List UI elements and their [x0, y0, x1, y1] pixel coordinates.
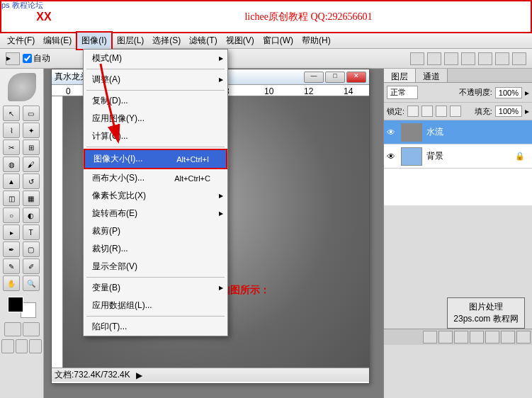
tutorial-banner: XX lichee原创教程 QQ:292656601 — [0, 0, 532, 33]
new-layer-icon[interactable] — [501, 331, 515, 343]
toolbar-icon-1[interactable] — [410, 52, 424, 65]
visibility-eye-icon[interactable]: 👁 — [385, 151, 397, 162]
tool-preset-icon[interactable]: ▸ — [6, 52, 20, 65]
menu-entry[interactable]: 变量(B) — [84, 279, 227, 297]
path-tool[interactable]: ▸ — [3, 224, 20, 240]
shape-tool[interactable]: ▢ — [23, 241, 40, 257]
menu-entry[interactable]: 复制(D)... — [84, 92, 227, 110]
layer-thumbnail[interactable] — [401, 147, 422, 166]
fill-arrow-icon[interactable]: ▸ — [525, 106, 529, 116]
menu-entry[interactable]: 显示全部(V) — [84, 258, 227, 275]
menu-item-4[interactable]: 选择(S) — [148, 33, 185, 49]
lock-position-icon[interactable] — [436, 106, 447, 117]
menu-entry[interactable]: 应用图像(Y)... — [84, 110, 227, 127]
banner-left-text: XX — [1, 11, 86, 23]
hand-tool[interactable]: ✋ — [3, 275, 20, 291]
standard-mode-icon[interactable] — [4, 322, 21, 336]
eraser-tool[interactable]: ◫ — [3, 191, 20, 206]
fill-input[interactable]: 100% — [495, 106, 522, 117]
opacity-arrow-icon[interactable]: ▸ — [525, 88, 529, 98]
menu-entry[interactable]: 图像大小(I)...Alt+Ctrl+I — [84, 149, 227, 169]
menu-entry[interactable]: 裁切(R)... — [84, 240, 227, 258]
menu-entry[interactable]: 旋转画布(E) — [84, 205, 227, 222]
layer-group-icon[interactable] — [485, 331, 499, 343]
menu-entry-label: 裁剪(P) — [92, 225, 120, 237]
auto-check-input[interactable] — [23, 54, 32, 63]
toolbar-icon-5[interactable] — [478, 52, 492, 65]
tab-layers[interactable]: 图层 — [384, 69, 416, 82]
marquee-tool[interactable]: ▭ — [23, 106, 40, 121]
toolbar-icon-7[interactable] — [512, 52, 526, 65]
menu-entry[interactable]: 像素长宽比(X) — [84, 187, 227, 205]
ruler-mark: 12 — [304, 86, 313, 96]
layer-mask-icon[interactable] — [454, 331, 468, 343]
menu-entry[interactable]: 画布大小(S)...Alt+Ctrl+C — [84, 169, 227, 187]
blend-mode-select[interactable]: 正常 — [387, 86, 418, 99]
move-tool[interactable]: ↖ — [3, 106, 20, 121]
menu-item-2[interactable]: 图像(I) — [76, 31, 112, 50]
menu-item-1[interactable]: 编辑(E) — [39, 33, 76, 49]
maximize-button[interactable]: □ — [325, 72, 345, 83]
dodge-tool[interactable]: ◐ — [23, 207, 40, 223]
menu-entry-label: 旋转画布(E) — [92, 207, 137, 220]
notes-tool[interactable]: ✎ — [3, 258, 20, 274]
auto-checkbox[interactable]: 自动 — [23, 52, 50, 64]
layer-row[interactable]: 👁水流 — [384, 120, 532, 144]
menu-entry[interactable]: 计算(C)... — [84, 127, 227, 145]
wand-tool[interactable]: ✦ — [23, 123, 40, 138]
screen-mode-1[interactable] — [1, 339, 14, 353]
menu-item-3[interactable]: 图层(L) — [113, 33, 149, 49]
zoom-tool[interactable]: 🔍 — [23, 275, 40, 291]
blur-tool[interactable]: ○ — [3, 207, 20, 223]
heal-tool[interactable]: ◍ — [3, 157, 20, 172]
history-brush-tool[interactable]: ↺ — [23, 174, 40, 189]
menu-entry-label: 陷印(T)... — [92, 321, 127, 333]
fg-color-swatch[interactable] — [8, 297, 23, 312]
gradient-tool[interactable]: ▦ — [23, 191, 40, 206]
minimize-button[interactable]: — — [304, 72, 324, 83]
menu-entry[interactable]: 模式(M) — [84, 50, 227, 67]
toolbar-icon-6[interactable] — [495, 52, 509, 65]
menu-entry[interactable]: 裁剪(P) — [84, 222, 227, 240]
eyedropper-tool[interactable]: ✐ — [23, 258, 40, 274]
screen-mode-3[interactable] — [29, 339, 42, 353]
color-swatches[interactable] — [8, 297, 36, 318]
menu-item-5[interactable]: 滤镜(T) — [185, 33, 221, 49]
menu-item-8[interactable]: 帮助(H) — [298, 33, 335, 49]
quickmask-mode-icon[interactable] — [23, 322, 40, 336]
layer-thumbnail[interactable] — [401, 123, 422, 142]
toolbar-icon-2[interactable] — [427, 52, 441, 65]
crop-tool[interactable]: ✂ — [3, 140, 20, 155]
lock-transparency-icon[interactable] — [407, 106, 419, 117]
lasso-tool[interactable]: ⌇ — [3, 123, 20, 138]
menu-item-6[interactable]: 视图(V) — [222, 33, 259, 49]
opacity-input[interactable]: 100% — [495, 87, 522, 98]
link-layers-icon[interactable] — [423, 331, 437, 343]
menu-separator — [86, 316, 225, 317]
adjustment-layer-icon[interactable] — [470, 331, 484, 343]
brush-tool[interactable]: 🖌 — [23, 157, 40, 172]
layer-fx-icon[interactable] — [438, 331, 453, 343]
slice-tool[interactable]: ⊞ — [23, 140, 40, 155]
menu-entry[interactable]: 应用数据组(L)... — [84, 297, 227, 314]
toolbar-icon-3[interactable] — [444, 52, 458, 65]
pen-tool[interactable]: ✒ — [3, 241, 20, 257]
auto-label: 自动 — [33, 52, 50, 64]
delete-layer-icon[interactable] — [516, 331, 531, 343]
menu-entry[interactable]: 陷印(T)... — [84, 318, 227, 336]
layer-row[interactable]: 👁背景🔒 — [384, 144, 532, 169]
lock-pixels-icon[interactable] — [421, 106, 433, 117]
stamp-tool[interactable]: ▲ — [3, 174, 20, 189]
tab-channels[interactable]: 通道 — [416, 69, 448, 82]
screen-mode-2[interactable] — [16, 339, 28, 353]
toolbar-icon-4[interactable] — [461, 52, 475, 65]
menu-separator — [86, 277, 225, 278]
close-button[interactable]: ✕ — [346, 72, 366, 83]
lock-all-icon[interactable] — [450, 106, 461, 117]
menu-item-0[interactable]: 文件(F) — [3, 33, 39, 49]
visibility-eye-icon[interactable]: 👁 — [385, 127, 397, 138]
menu-item-7[interactable]: 窗口(W) — [259, 33, 298, 49]
menu-entry[interactable]: 调整(A) — [84, 71, 227, 89]
status-arrow-icon[interactable]: ▶ — [136, 370, 142, 380]
type-tool[interactable]: T — [23, 224, 40, 240]
